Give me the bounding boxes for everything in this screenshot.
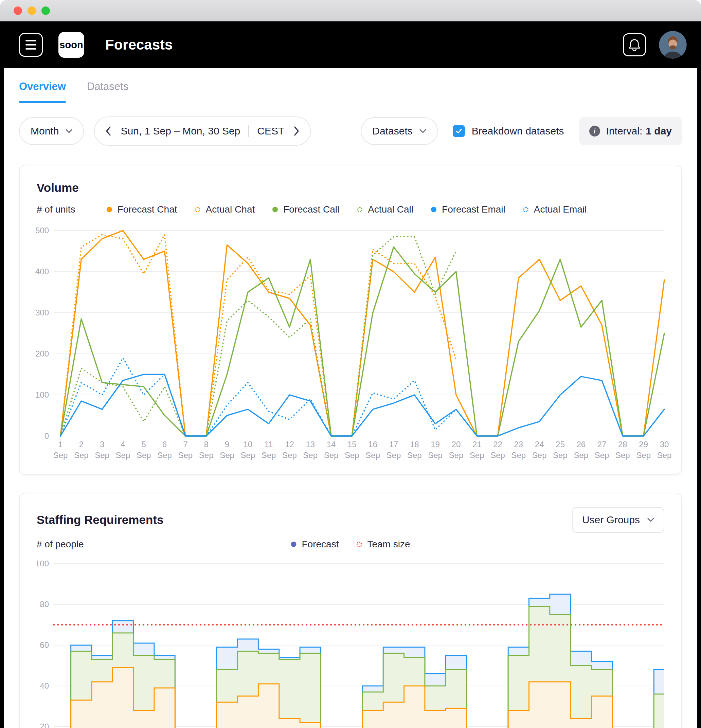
app-window: soon Forecasts — [0, 0, 701, 728]
svg-text:Sep: Sep — [532, 451, 547, 460]
bell-icon — [627, 38, 642, 52]
svg-text:Sep: Sep — [303, 451, 318, 460]
svg-text:6: 6 — [162, 440, 167, 449]
divider — [248, 125, 249, 137]
chevron-down-icon — [65, 129, 72, 133]
date-range-label[interactable]: Sun, 1 Sep – Mon, 30 Sep — [121, 125, 240, 137]
legend-item-actual-call[interactable]: Actual Call — [357, 204, 413, 215]
svg-text:Sep: Sep — [407, 451, 422, 460]
svg-text:Sep: Sep — [345, 451, 359, 460]
staffing-title: Staffing Requirements — [37, 513, 163, 527]
zoom-window-button[interactable] — [42, 6, 50, 15]
breakdown-datasets-option[interactable]: Breakdown datasets — [453, 125, 564, 137]
svg-text:Sep: Sep — [490, 451, 505, 460]
avatar-image — [659, 31, 687, 59]
svg-text:Sep: Sep — [449, 451, 464, 460]
staffing-legend-row: # of people Forecast Team size — [37, 539, 664, 550]
volume-line-chart: 01002003004005001Sep2Sep3Sep4Sep5Sep6Sep… — [37, 224, 664, 465]
legend-item-actual-chat[interactable]: Actual Chat — [195, 204, 255, 215]
svg-text:Sep: Sep — [95, 451, 109, 460]
svg-text:12: 12 — [285, 440, 294, 449]
svg-text:Sep: Sep — [53, 451, 68, 460]
svg-text:Sep: Sep — [574, 451, 588, 460]
svg-text:17: 17 — [389, 440, 398, 449]
legend-label: Team size — [367, 539, 410, 550]
svg-text:400: 400 — [35, 267, 49, 276]
date-range-picker: Sun, 1 Sep – Mon, 30 Sep CEST — [94, 117, 311, 146]
svg-text:27: 27 — [597, 440, 607, 449]
svg-text:500: 500 — [35, 226, 49, 235]
period-dropdown[interactable]: Month — [19, 117, 84, 145]
app-header: soon Forecasts — [4, 22, 697, 68]
window-content: soon Forecasts — [0, 22, 701, 728]
forecast-dot-icon — [291, 542, 296, 547]
svg-text:21: 21 — [473, 440, 481, 449]
svg-text:Sep: Sep — [324, 451, 339, 460]
previous-period-button[interactable] — [104, 125, 113, 137]
volume-legend: Forecast Chat Actual Chat Forecast Call … — [107, 204, 587, 215]
svg-text:26: 26 — [576, 440, 585, 449]
tab-overview[interactable]: Overview — [19, 81, 66, 103]
svg-text:Sep: Sep — [553, 451, 568, 460]
svg-text:300: 300 — [35, 308, 49, 317]
forecast-chat-dot-icon — [107, 207, 112, 212]
hamburger-menu-button[interactable] — [19, 33, 43, 57]
legend-label: Forecast Email — [442, 204, 505, 215]
tab-datasets[interactable]: Datasets — [87, 81, 129, 103]
check-icon — [455, 127, 463, 135]
legend-label: Actual Chat — [206, 204, 255, 215]
legend-item-team-size[interactable]: Team size — [356, 539, 410, 550]
svg-text:2: 2 — [79, 440, 84, 449]
legend-item-forecast[interactable]: Forecast — [291, 539, 339, 550]
team-size-dot-icon — [356, 542, 362, 547]
svg-text:20: 20 — [40, 722, 49, 728]
next-period-button[interactable] — [292, 125, 301, 137]
svg-text:4: 4 — [121, 440, 125, 449]
svg-text:60: 60 — [40, 640, 49, 650]
svg-text:14: 14 — [327, 440, 336, 449]
svg-text:200: 200 — [35, 349, 49, 358]
svg-text:Sep: Sep — [240, 451, 255, 460]
interval-value: 1 day — [646, 125, 672, 137]
staffing-step-chart: 20406080100 — [37, 555, 664, 728]
chevron-down-icon — [648, 518, 654, 522]
volume-legend-row: # of units Forecast Chat Actual Chat For… — [37, 204, 664, 215]
svg-text:3: 3 — [100, 440, 104, 449]
svg-text:25: 25 — [556, 440, 565, 449]
legend-item-forecast-email[interactable]: Forecast Email — [431, 204, 505, 215]
legend-item-forecast-call[interactable]: Forecast Call — [272, 204, 339, 215]
svg-text:Sep: Sep — [636, 451, 651, 460]
svg-text:22: 22 — [493, 440, 502, 449]
legend-item-forecast-chat[interactable]: Forecast Chat — [107, 204, 177, 215]
svg-text:30: 30 — [660, 440, 669, 449]
info-icon: i — [589, 126, 600, 137]
timezone-label: CEST — [257, 125, 284, 137]
svg-text:5: 5 — [142, 440, 146, 449]
legend-item-actual-email[interactable]: Actual Email — [523, 204, 587, 215]
user-groups-dropdown[interactable]: User Groups — [572, 507, 664, 533]
svg-text:8: 8 — [204, 440, 208, 449]
svg-text:Sep: Sep — [657, 451, 672, 460]
svg-text:10: 10 — [243, 440, 252, 449]
filter-toolbar: Month Sun, 1 Sep – Mon, 30 Sep CEST — [19, 117, 682, 146]
actual-call-dot-icon — [357, 207, 362, 212]
svg-text:Sep: Sep — [116, 451, 130, 460]
chevron-down-icon — [419, 129, 426, 133]
notifications-button[interactable] — [623, 33, 646, 56]
legend-label: Forecast Chat — [117, 204, 177, 215]
volume-title: Volume — [37, 181, 664, 195]
svg-text:24: 24 — [535, 440, 544, 449]
staffing-legend: Forecast Team size — [291, 539, 410, 550]
breakdown-checkbox[interactable] — [453, 125, 465, 137]
legend-label: Actual Call — [368, 204, 413, 215]
datasets-dropdown[interactable]: Datasets — [361, 117, 438, 145]
filter-right-controls: Datasets Breakdown datasets i — [361, 117, 682, 145]
close-window-button[interactable] — [14, 6, 22, 15]
user-avatar[interactable] — [659, 31, 687, 59]
svg-text:11: 11 — [265, 440, 273, 449]
minimize-window-button[interactable] — [27, 6, 36, 15]
svg-text:Sep: Sep — [366, 451, 380, 460]
svg-text:80: 80 — [40, 599, 49, 609]
page-title: Forecasts — [105, 37, 172, 53]
period-dropdown-label: Month — [30, 125, 59, 137]
